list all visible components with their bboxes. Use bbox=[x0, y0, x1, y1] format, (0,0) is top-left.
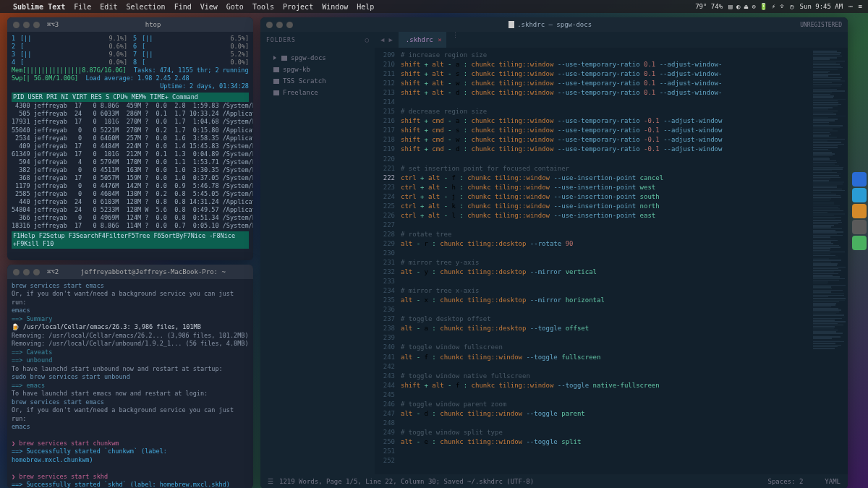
overflow-icon[interactable]: ⋮ bbox=[446, 32, 464, 48]
code-line[interactable]: ctrl + alt - l : chunkc tiling::window -… bbox=[401, 211, 810, 221]
code-line[interactable]: shift + alt - a : chunkc tiling::window … bbox=[401, 60, 810, 69]
code-line[interactable]: # toggle window fullscreen bbox=[401, 343, 810, 352]
menu-window[interactable]: Window bbox=[322, 3, 348, 11]
code-line[interactable]: # toggle window split type bbox=[401, 428, 810, 437]
terminal-body[interactable]: brew services start emacsOr, if you don'… bbox=[7, 279, 253, 488]
code-line[interactable] bbox=[401, 305, 810, 314]
list-icon[interactable]: ≡ bbox=[859, 3, 862, 10]
code-line[interactable]: # toggle desktop offset bbox=[401, 314, 810, 324]
nav-fwd-icon[interactable]: ▶ bbox=[388, 36, 392, 43]
process-row[interactable]: 594 jeffreyab 4 0 5794M 170M ? 0.0 1.1 1… bbox=[12, 158, 249, 166]
menu-help[interactable]: Help bbox=[357, 3, 374, 11]
process-row[interactable]: 55040 jeffreyab 0 0 5221M 270M ? 0.2 1.7… bbox=[12, 127, 249, 134]
code-line[interactable]: shift + alt - f : chunkc tiling::window … bbox=[401, 381, 810, 390]
code-line[interactable] bbox=[401, 333, 810, 343]
close-icon[interactable] bbox=[266, 22, 273, 28]
sidebar-toggle-icon[interactable]: ○ bbox=[365, 36, 369, 43]
process-header[interactable]: PID USER PRI NI VIRT RES S CPU% MEM% TIM… bbox=[12, 93, 249, 102]
process-row[interactable]: 366 jeffreyab 0 0 4969M 124M ? 0.0 0.8 0… bbox=[12, 214, 249, 222]
status-spaces[interactable]: Spaces: 2 bbox=[768, 478, 804, 485]
htop-footer[interactable]: F1Help F2Setup F3SearchF4FilterF5Tree F6… bbox=[12, 231, 249, 249]
process-row[interactable]: 382 jeffreyab 0 0 4511M 163M ? 0.0 1.0 3… bbox=[12, 166, 249, 174]
code-line[interactable]: # toggle window parent zoom bbox=[401, 400, 810, 409]
dock-item[interactable] bbox=[852, 188, 867, 202]
code-line[interactable]: alt - y : chunkc tiling::desktop --mirro… bbox=[401, 267, 810, 277]
sidebar-item[interactable]: spgw-kb bbox=[263, 64, 372, 75]
code-line[interactable] bbox=[401, 362, 810, 372]
code-line[interactable] bbox=[401, 98, 810, 107]
code-line[interactable]: shift + cmd - a : chunkc tiling::window … bbox=[401, 116, 810, 126]
process-row[interactable]: 17931 jeffreyab 17 0 101G 270M ? 0.0 1.7… bbox=[12, 118, 249, 126]
code-line[interactable] bbox=[401, 419, 810, 428]
code-line[interactable]: # rotate tree bbox=[401, 230, 810, 239]
dock-item[interactable] bbox=[852, 204, 867, 218]
process-row[interactable]: 2585 jeffreyab 0 0 4604M 130M ? 0.2 0.8 … bbox=[12, 190, 249, 198]
menu-edit[interactable]: Edit bbox=[100, 3, 117, 11]
code-line[interactable] bbox=[401, 447, 810, 456]
menu-view[interactable]: View bbox=[200, 3, 218, 11]
terminal-titlebar[interactable]: ⌘⌥2 jeffreyabbott@Jeffreys-MacBook-Pro: … bbox=[7, 265, 253, 279]
menu-selection[interactable]: Selection bbox=[126, 3, 165, 11]
code-line[interactable]: shift + alt - w : chunkc tiling::window … bbox=[401, 79, 810, 88]
code-line[interactable] bbox=[401, 155, 810, 164]
menu-project[interactable]: Project bbox=[283, 3, 313, 11]
sublime-titlebar[interactable]: .skhdrc — spgw-docs UNREGISTERED bbox=[260, 17, 848, 32]
menu-find[interactable]: Find bbox=[174, 3, 192, 11]
menu-extra-icon[interactable]: ⋯ bbox=[848, 3, 852, 10]
code-line[interactable]: shift + cmd - w : chunkc tiling::window … bbox=[401, 135, 810, 145]
code-area[interactable]: # increase region sizeshift + alt - a : … bbox=[399, 48, 812, 474]
sidebar-item[interactable]: spgw-docs bbox=[263, 52, 372, 64]
dock-item[interactable] bbox=[852, 236, 867, 250]
code-line[interactable]: alt - f : chunkc tiling::window --toggle… bbox=[401, 353, 810, 362]
code-line[interactable]: # decrease region size bbox=[401, 107, 810, 116]
code-line[interactable]: shift + alt - s : chunkc tiling::window … bbox=[401, 69, 810, 79]
code-line[interactable] bbox=[401, 277, 810, 286]
code-line[interactable]: shift + cmd - s : chunkc tiling::window … bbox=[401, 126, 810, 135]
app-name[interactable]: Sublime Text bbox=[13, 3, 65, 11]
code-line[interactable]: # increase region size bbox=[401, 51, 810, 60]
code-line[interactable] bbox=[401, 249, 810, 258]
code-line[interactable]: alt - x : chunkc tiling::desktop --mirro… bbox=[401, 296, 810, 305]
dock-item[interactable] bbox=[852, 172, 867, 187]
process-row[interactable]: 2534 jeffreyab 0 0 6460M 257M ? 0.0 1.6 … bbox=[12, 134, 249, 142]
close-tab-icon[interactable]: × bbox=[438, 36, 441, 43]
code-line[interactable]: # set insertion point for focused contai… bbox=[401, 164, 810, 174]
status-syntax[interactable]: YAML bbox=[825, 478, 841, 485]
sidebar-item[interactable]: Freelance bbox=[263, 87, 372, 98]
code-line[interactable]: alt - d : chunkc tiling::window --toggle… bbox=[401, 409, 810, 419]
minimize-icon[interactable] bbox=[23, 269, 30, 275]
process-row[interactable]: 505 jeffreyab 24 0 6033M 286M ? 0.1 1.7 … bbox=[12, 110, 249, 118]
code-line[interactable]: # toggle window native fullscreen bbox=[401, 372, 810, 381]
process-row[interactable]: 440 jeffreyab 24 0 6103M 128M ? 0.8 0.8 … bbox=[12, 198, 249, 206]
code-line[interactable]: ctrl + alt - k : chunkc tiling::window -… bbox=[401, 202, 810, 211]
zoom-icon[interactable] bbox=[286, 22, 293, 28]
code-line[interactable] bbox=[401, 221, 810, 230]
menu-tools[interactable]: Tools bbox=[252, 3, 274, 11]
code-line[interactable]: alt - a : chunkc tiling::desktop --toggl… bbox=[401, 324, 810, 333]
process-row[interactable]: 409 jeffreyab 17 0 4484M 224M ? 0.0 1.4 … bbox=[12, 142, 249, 150]
close-icon[interactable] bbox=[13, 22, 20, 28]
code-line[interactable]: # mirror tree y-axis bbox=[401, 258, 810, 267]
minimize-icon[interactable] bbox=[276, 22, 283, 28]
code-line[interactable] bbox=[401, 390, 810, 400]
menu-icon[interactable]: ☰ bbox=[268, 478, 273, 485]
code-line[interactable]: # mirror tree x-axis bbox=[401, 286, 810, 296]
minimize-icon[interactable] bbox=[23, 22, 30, 28]
nav-back-icon[interactable]: ◀ bbox=[380, 36, 384, 43]
menu-file[interactable]: File bbox=[74, 3, 91, 11]
code-line[interactable]: ctrl + alt - h : chunkc tiling::window -… bbox=[401, 183, 810, 192]
editor[interactable]: 2092102112122132142152162172182192202212… bbox=[375, 48, 848, 474]
process-row[interactable]: 368 jeffreyab 17 0 5057M 159M ? 0.0 1.0 … bbox=[12, 174, 249, 182]
code-line[interactable]: alt - r : chunkc tiling::desktop --rotat… bbox=[401, 239, 810, 249]
htop-titlebar[interactable]: ⌘⌥3 htop bbox=[7, 17, 253, 32]
minimap[interactable] bbox=[812, 48, 848, 474]
sidebar-item[interactable]: TSS Scratch bbox=[263, 75, 372, 87]
tab-skhdrc[interactable]: .skhdrc × bbox=[399, 32, 446, 48]
process-row[interactable]: 4300 jeffreyab 17 0 8.86G 459M ? 0.0 2.8… bbox=[12, 102, 249, 110]
code-line[interactable]: shift + alt - d : chunkc tiling::window … bbox=[401, 88, 810, 98]
process-row[interactable]: 54804 jeffreyab 24 0 5233M 128M W 5.6 0.… bbox=[12, 206, 249, 214]
menu-goto[interactable]: Goto bbox=[226, 3, 244, 11]
code-line[interactable]: shift + cmd - d : chunkc tiling::window … bbox=[401, 145, 810, 154]
dock-item[interactable] bbox=[852, 220, 867, 234]
process-row[interactable]: 18316 jeffreyab 17 0 8.86G 114M ? 0.0 0.… bbox=[12, 222, 249, 230]
